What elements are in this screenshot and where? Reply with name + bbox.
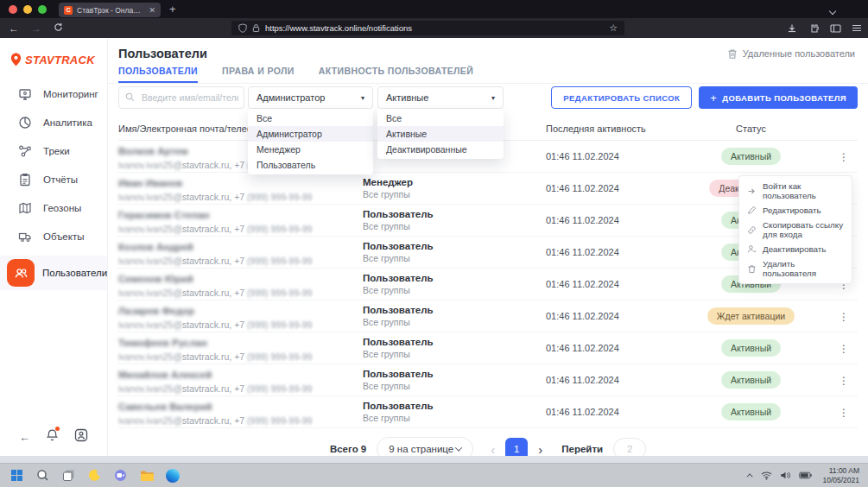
search-input[interactable] — [118, 86, 244, 109]
row-menu-kebab-icon[interactable]: ⋮ — [835, 309, 852, 325]
user-name: Михайлов Алексей — [118, 370, 212, 380]
wifi-icon[interactable] — [761, 471, 772, 480]
sidebar-item-tracks[interactable]: Треки — [0, 136, 107, 165]
new-tab-button[interactable]: + — [169, 3, 176, 16]
menu-item-edit[interactable]: Редактировать — [739, 203, 852, 218]
add-user-button[interactable]: + ДОБАВИТЬ ПОЛЬЗОВАТЕЛЯ — [699, 86, 858, 109]
sidebar-panel-icon[interactable] — [830, 23, 841, 34]
role-filter-dropdown: ВсеАдминистраторМенеджерПользователь — [248, 109, 373, 174]
menu-item-copy-login-link[interactable]: Скопировать ссылку для входа — [739, 218, 852, 242]
deleted-users-label: Удаленные пользователи — [743, 48, 855, 59]
page-title: Пользователи — [118, 47, 207, 60]
edge-browser-icon[interactable] — [164, 467, 181, 484]
back-nav-icon[interactable]: ← — [9, 23, 19, 34]
role-filter-value: Администратор — [257, 92, 325, 103]
tracks-icon — [17, 143, 32, 158]
last-activity: 01:46 11.02.2024 — [546, 407, 680, 417]
sidebar-item-label: Геозоны — [43, 203, 81, 213]
user-role: Пользователь — [363, 209, 546, 219]
start-button-icon[interactable] — [9, 467, 25, 484]
volume-icon[interactable] — [780, 471, 791, 480]
url-bar[interactable]: https://www.stavtrack.online/notificatio… — [231, 21, 624, 35]
downloads-icon[interactable] — [787, 23, 797, 34]
system-tray: 11:00 AM 10/05/2021 — [749, 466, 859, 484]
notifications-bell-icon[interactable] — [46, 428, 59, 446]
tab-rights-roles[interactable]: ПРАВА И РОЛИ — [222, 66, 295, 83]
search-taskbar-icon[interactable] — [35, 467, 51, 484]
dropdown-option[interactable]: Пользователь — [248, 157, 373, 173]
dropdown-option[interactable]: Деактивированные — [377, 142, 504, 157]
chat-app-icon[interactable] — [112, 467, 129, 484]
task-view-icon[interactable] — [60, 467, 77, 484]
minimize-window-button[interactable] — [23, 5, 32, 14]
menu-hamburger-icon[interactable] — [852, 25, 861, 32]
row-menu-kebab-icon[interactable]: ⋮ — [835, 373, 852, 389]
col-header-activity: Последняя активность — [546, 123, 680, 134]
stavtrack-logo: STAVTRACK — [0, 38, 107, 79]
plus-icon: + — [710, 92, 717, 104]
row-menu-kebab-icon[interactable]: ⋮ — [835, 149, 852, 165]
browser-tabbar: С СтавТрэк - Онлайн мониторин ✕ + — [0, 0, 868, 18]
sidebar-item-objects[interactable]: Объекты — [0, 222, 107, 250]
tab-close-icon[interactable]: ✕ — [149, 6, 155, 15]
logo-pin-icon — [9, 52, 23, 67]
file-explorer-icon[interactable] — [138, 467, 155, 484]
sidebar-item-reports[interactable]: Отчёты — [0, 165, 107, 193]
user-name: Лазарев Федор — [118, 306, 194, 316]
menu-item-deactivate[interactable]: Деактивировать — [739, 242, 852, 256]
edit-list-button[interactable]: РЕДАКТИРОВАТЬ СПИСОК — [551, 86, 692, 109]
sidebar-item-label: Мониторинг — [43, 89, 98, 99]
search-icon — [125, 92, 135, 102]
next-page-button[interactable]: › — [538, 442, 542, 457]
battery-icon[interactable] — [799, 471, 812, 479]
reload-icon[interactable] — [54, 22, 63, 34]
profile-icon[interactable] — [74, 428, 88, 446]
window-bottom-edge — [0, 456, 868, 463]
status-filter-select[interactable]: Активные ▾ — [377, 86, 504, 109]
status-badge: Активный — [721, 403, 781, 421]
user-contact: ivanov.ivan25@stavtrack.ru, +7 (999) 999… — [118, 351, 363, 362]
sidebar-item-label: Пользователи — [42, 268, 107, 278]
row-menu-kebab-icon[interactable]: ⋮ — [835, 405, 852, 421]
maximize-window-button[interactable] — [38, 5, 47, 14]
moon-app-icon[interactable] — [86, 467, 103, 484]
browser-tab[interactable]: С СтавТрэк - Онлайн мониторин ✕ — [59, 3, 161, 17]
sidebar-item-label: Аналитика — [43, 117, 92, 128]
tab-user-activity[interactable]: АКТИВНОСТЬ ПОЛЬЗОВАТЕЛЕЙ — [319, 66, 474, 83]
taskbar-clock[interactable]: 11:00 AM 10/05/2021 — [822, 466, 859, 484]
main-content: Пользователи Удаленные пользователи ПОЛЬ… — [108, 38, 868, 456]
deleted-users-link[interactable]: Удаленные пользователи — [727, 48, 855, 60]
sidebar-item-monitoring[interactable]: Мониторинг — [0, 79, 107, 108]
last-activity: 01:46 11.02.2024 — [546, 151, 680, 161]
close-window-button[interactable] — [9, 5, 17, 14]
sidebar-item-label: Объекты — [43, 231, 84, 242]
menu-item-login-as-user[interactable]: Войти как пользователь — [739, 179, 852, 203]
clock-date: 10/05/2021 — [822, 476, 859, 485]
tray-expand-chevron-icon[interactable] — [747, 473, 753, 479]
clock-time: 11:00 AM — [822, 466, 859, 476]
list-tabs-chevron-icon[interactable] — [830, 2, 835, 17]
forward-nav-icon[interactable]: → — [31, 23, 41, 34]
collapse-sidebar-icon[interactable]: ← — [19, 431, 30, 444]
col-header-status: Статус — [680, 123, 822, 134]
dropdown-option[interactable]: Активные — [377, 126, 504, 142]
bookmark-star-icon[interactable]: ☆ — [609, 22, 618, 34]
menu-item-delete-user[interactable]: Удалить пользователя — [739, 256, 852, 281]
chevron-down-icon: ▾ — [361, 94, 364, 102]
row-menu-kebab-icon[interactable]: ⋮ — [835, 341, 852, 357]
tab-users[interactable]: ПОЛЬЗОВАТЕЛИ — [118, 66, 198, 83]
total-count-label: Всего 9 — [330, 444, 366, 454]
sidebar-item-users[interactable]: Пользователи — [0, 256, 107, 290]
search-box — [118, 86, 244, 109]
sidebar-item-analytics[interactable]: Аналитика — [0, 108, 107, 136]
dropdown-option[interactable]: Все — [248, 111, 373, 126]
extensions-icon[interactable] — [808, 23, 819, 34]
browser-chrome: С СтавТрэк - Онлайн мониторин ✕ + ← → ht… — [0, 0, 868, 38]
dropdown-option[interactable]: Менеджер — [248, 142, 373, 157]
role-filter-select[interactable]: Администратор ▾ — [248, 86, 373, 109]
status-badge: Активный — [721, 339, 781, 357]
prev-page-button[interactable]: ‹ — [491, 442, 495, 457]
sidebar-item-geozones[interactable]: Геозоны — [0, 193, 107, 222]
dropdown-option[interactable]: Все — [377, 111, 504, 126]
dropdown-option[interactable]: Администратор — [248, 126, 373, 142]
